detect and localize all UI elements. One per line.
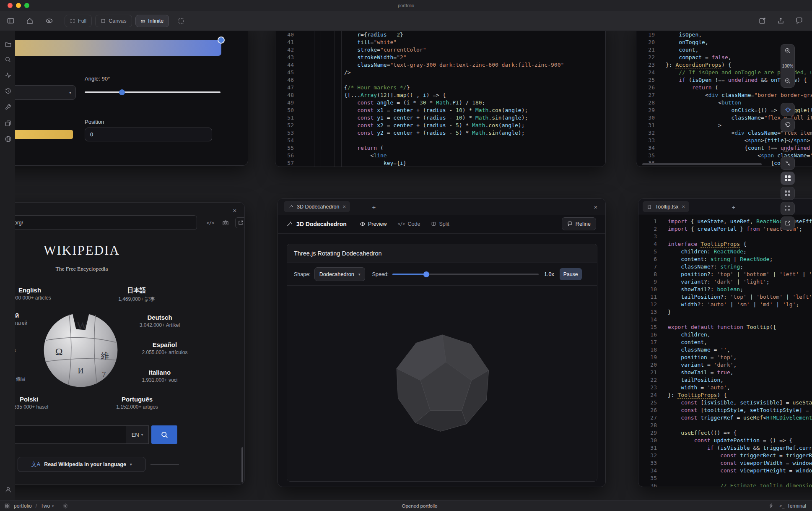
lang-name: Polski — [15, 396, 48, 403]
new-tab-button[interactable]: + — [369, 202, 379, 211]
home-button[interactable] — [23, 15, 36, 27]
gradient-editor-window[interactable]: Angle: 90° ▾ Position — [15, 31, 248, 166]
zoom-out-icon[interactable] — [784, 78, 791, 84]
page-selector[interactable]: Two ▾ — [41, 503, 54, 509]
angle-slider[interactable] — [85, 91, 221, 93]
read-language-button[interactable]: 文A Read Wikipedia in your language ▾ — [18, 457, 145, 472]
url-input[interactable]: ww.wikipedia.org/ — [15, 215, 197, 230]
activity-button[interactable] — [4, 71, 12, 79]
tooltip-code-editor[interactable]: 1import { useState, useRef, ReactNode, u… — [638, 218, 812, 487]
appearance-button[interactable] — [43, 15, 55, 27]
share-button[interactable] — [774, 15, 787, 27]
lang-link-japanese[interactable]: 日本語 1,469,000+ 記事 — [118, 287, 155, 303]
infinite-canvas[interactable]: Angle: 90° ▾ Position 40 r={radius - 2}4… — [15, 31, 812, 500]
wiki-search-input[interactable] — [15, 425, 126, 444]
tab-code[interactable]: </> Code — [397, 221, 420, 227]
code-slash-icon: </> — [207, 220, 215, 225]
reset-view-button[interactable] — [781, 118, 795, 132]
layout-grid-small-button[interactable] — [781, 202, 795, 215]
tooltip-code-window[interactable]: Tooltip.tsx × + 1import { useState, useR… — [638, 198, 812, 487]
lang-link-italian[interactable]: Italiano 1.931.000+ voci — [142, 369, 177, 383]
angle-slider-thumb[interactable] — [119, 89, 125, 95]
position-input[interactable] — [85, 128, 212, 141]
code-line: 15export default function Tooltip({ — [638, 323, 812, 331]
lang-link-portuguese[interactable]: Português 1.152.000+ artigos — [116, 396, 158, 410]
lang-link-english[interactable]: English 6 000 000+ articles — [15, 287, 51, 301]
search-button[interactable] — [4, 55, 12, 64]
view-source-button[interactable]: </> — [205, 217, 216, 228]
layout-grid-medium-button[interactable] — [781, 187, 795, 200]
open-external-button[interactable] — [235, 217, 245, 228]
mode-infinite-button[interactable]: ∞ Infinite — [135, 15, 169, 27]
pause-button[interactable]: Pause — [560, 268, 582, 280]
frame-tool-button[interactable] — [175, 15, 187, 27]
profile-button[interactable] — [4, 485, 12, 494]
browser-window[interactable]: × ww.wikipedia.org/ </> WIKIPEDIA The Fr… — [15, 202, 245, 485]
speed-slider-thumb[interactable] — [423, 271, 429, 277]
read-language-label: Read Wikipedia in your language — [44, 461, 126, 467]
collapse-button[interactable] — [781, 156, 795, 170]
project-name[interactable]: portfolio — [14, 503, 32, 509]
tab-tooltip-tsx[interactable]: Tooltip.tsx × — [643, 201, 689, 212]
color-stop-bar[interactable] — [15, 130, 73, 139]
dodecahedron-window[interactable]: 3D Dodecahedron × + × 3D Dodecahedron Pr… — [278, 198, 606, 487]
web-button[interactable] — [4, 135, 12, 143]
clock-code-editor[interactable]: 40 r={radius - 2}41 fill="white"42 strok… — [275, 31, 605, 167]
lang-link-polish[interactable]: Polski 1 635 000+ haseł — [15, 396, 48, 410]
lang-link-spanish[interactable]: Español 2.055.000+ artículos — [142, 341, 187, 355]
lang-link-german[interactable]: Deutsch 3.042.000+ Artikel — [140, 314, 180, 328]
locate-button[interactable] — [781, 103, 795, 116]
camera-icon — [222, 219, 229, 226]
refine-button[interactable]: Refine — [562, 217, 596, 230]
lang-count: 1,469,000+ 記事 — [118, 296, 155, 303]
code-line: 27 const triggerRef = useRef<HTMLDivElem… — [638, 414, 812, 422]
mode-canvas-button[interactable]: Canvas — [95, 15, 132, 27]
lang-name: Русский — [15, 312, 27, 319]
threejs-viewport[interactable] — [287, 286, 597, 481]
clock-code-window[interactable]: 40 r={radius - 2}41 fill="white"42 strok… — [275, 31, 606, 167]
tab-dodecahedron[interactable]: 3D Dodecahedron × — [284, 201, 350, 212]
gradient-type-dropdown[interactable]: ▾ — [15, 85, 76, 100]
gradient-preview[interactable] — [15, 40, 221, 56]
new-tab-button[interactable]: + — [729, 202, 738, 211]
apps-grid-icon[interactable] — [4, 503, 10, 509]
speed-slider[interactable] — [392, 274, 539, 275]
compose-button[interactable] — [756, 15, 768, 27]
wiki-language-selector[interactable]: EN ▾ — [126, 425, 149, 444]
layout-grid-large-button[interactable] — [781, 172, 795, 185]
history-button[interactable] — [4, 86, 12, 95]
wiki-search-button[interactable] — [151, 425, 177, 444]
tab-close-icon[interactable]: × — [682, 203, 685, 210]
lang-link-french[interactable]: Français 2 362 000+ articles — [15, 339, 16, 353]
tools-button[interactable] — [4, 103, 12, 112]
terminal-toggle[interactable]: >_ Terminal — [780, 503, 806, 509]
lang-link-russian[interactable]: Русский 1 938 000+ статей — [15, 312, 27, 326]
gallery-icon — [5, 120, 12, 127]
shape-select[interactable]: Dodecahedron ▾ — [314, 267, 366, 281]
zoom-in-icon[interactable] — [784, 47, 791, 54]
code-line: 50 const x1 = center + (radius - 10) * M… — [275, 107, 605, 114]
left-rail — [0, 31, 15, 500]
screenshot-button[interactable] — [220, 217, 231, 228]
vertical-scrollbar[interactable] — [241, 447, 243, 482]
lightning-icon[interactable] — [768, 503, 774, 508]
lang-name: Deutsch — [140, 314, 180, 321]
horizontal-scrollbar[interactable] — [642, 163, 762, 165]
code-line: 34 const viewportHeight = window.innerHe… — [638, 467, 812, 474]
browser-close-button[interactable]: × — [231, 206, 239, 214]
files-button[interactable] — [4, 40, 12, 48]
sidebar-toggle-button[interactable] — [4, 15, 17, 27]
gradient-stop-handle[interactable] — [218, 36, 225, 44]
settings-gear-icon[interactable] — [62, 503, 68, 509]
export-canvas-button[interactable] — [781, 216, 795, 230]
lang-link-chinese[interactable]: 中文 1 456 000+ 条目 / 條目 — [15, 366, 26, 383]
tab-split[interactable]: Split — [431, 221, 449, 227]
split-icon — [431, 221, 436, 227]
code-line: 24}: TooltipProps) { — [638, 391, 812, 399]
tab-close-icon[interactable]: × — [342, 203, 346, 210]
mode-full-button[interactable]: Full — [65, 15, 92, 27]
chat-button[interactable] — [793, 15, 805, 27]
dodecahedron-window-close[interactable]: × — [591, 202, 600, 211]
gallery-button[interactable] — [4, 119, 12, 128]
tab-preview[interactable]: Preview — [360, 221, 387, 227]
